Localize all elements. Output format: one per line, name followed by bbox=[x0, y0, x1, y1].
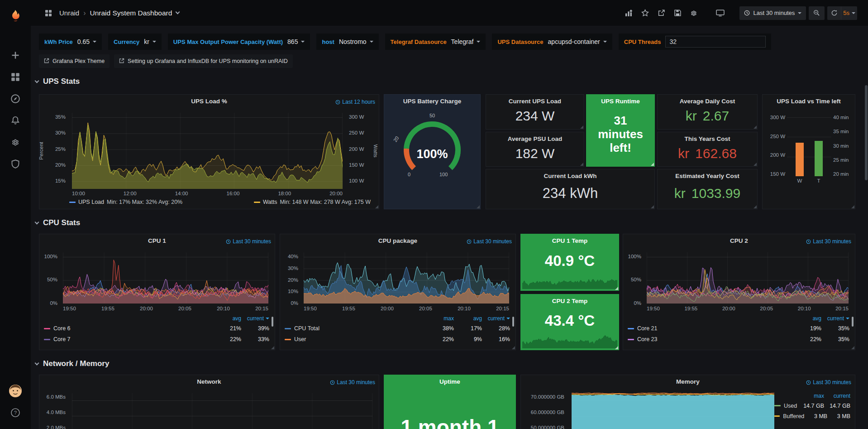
section-title: UPS Stats bbox=[43, 77, 80, 86]
time-override-badge: Last 30 minutes bbox=[226, 238, 271, 245]
panel-title[interactable]: This Years Cost bbox=[658, 135, 757, 142]
dashboard-settings-gear-icon[interactable] bbox=[687, 6, 701, 20]
legend-sort-header[interactable]: current bbox=[821, 315, 849, 322]
save-icon[interactable] bbox=[671, 6, 684, 20]
grafana-logo-icon[interactable] bbox=[6, 7, 25, 25]
chart-plot[interactable] bbox=[72, 113, 343, 189]
panel-title[interactable]: Memory bbox=[521, 378, 855, 385]
legend-sort-header[interactable]: max bbox=[798, 393, 824, 399]
chart-plot[interactable] bbox=[304, 252, 509, 304]
axis-tick: 20:10 bbox=[217, 306, 230, 311]
panel-title[interactable]: Estimated Yearly Cost bbox=[658, 173, 757, 179]
legend-sort-header[interactable]: max bbox=[426, 315, 454, 322]
panel-title[interactable]: Average PSU Load bbox=[486, 135, 584, 142]
section-ups-stats[interactable]: UPS Stats bbox=[35, 77, 80, 86]
axis-tick: 100 W bbox=[349, 178, 364, 183]
legend-scrollbar[interactable] bbox=[852, 317, 854, 327]
legend-scrollbar[interactable] bbox=[512, 317, 514, 327]
panel-ups-load: UPS Load % Last 12 hours Percent Watts 3… bbox=[39, 94, 379, 209]
alerting-bell-icon[interactable] bbox=[6, 111, 25, 130]
chart-plot[interactable] bbox=[72, 393, 372, 429]
server-admin-shield-icon[interactable] bbox=[6, 155, 25, 173]
explore-compass-icon[interactable] bbox=[6, 90, 25, 108]
section-cpu-stats[interactable]: CPU Stats bbox=[35, 218, 80, 227]
zoom-out-icon[interactable] bbox=[809, 6, 825, 20]
chart-plot[interactable] bbox=[63, 252, 268, 304]
panel-title[interactable]: Current Load kWh bbox=[486, 173, 654, 179]
stat-value: kr1033.99 bbox=[658, 181, 757, 205]
variable-dropdown[interactable]: UPS Max Output Power Capacity (Watt) 865 bbox=[168, 34, 310, 50]
legend-sort-header[interactable]: current bbox=[824, 393, 850, 399]
legend-item[interactable]: Watts Min: 148 W Max: 278 W Avg: 175 W bbox=[254, 199, 371, 205]
gauge-value: 100% bbox=[392, 147, 472, 161]
variable-dropdown[interactable]: Telegraf Datasource Telegraf bbox=[385, 34, 486, 50]
legend-sort-header[interactable]: current bbox=[482, 315, 510, 322]
section-title: Network / Memory bbox=[43, 359, 109, 368]
variable-dropdown[interactable]: Currency kr bbox=[108, 34, 162, 50]
panel-title[interactable]: CPU 1 Temp bbox=[521, 237, 619, 244]
add-panel-icon[interactable] bbox=[622, 6, 635, 20]
chart-plot[interactable] bbox=[647, 252, 849, 304]
variable-dropdown[interactable]: host Nostromo bbox=[316, 34, 378, 50]
chart-plot[interactable] bbox=[572, 392, 774, 429]
stat-value: 40.9 °C bbox=[521, 244, 619, 278]
panel-title[interactable]: UPS Battery Charge bbox=[384, 98, 480, 105]
legend-row: Core 23 22% 35% bbox=[628, 334, 849, 345]
apps-grid-icon[interactable] bbox=[42, 6, 55, 20]
panel-ups-load-vs-time-left: UPS Load vs Time left 300 W250 W200 W150… bbox=[762, 94, 855, 209]
refresh-icon[interactable] bbox=[827, 6, 841, 20]
breadcrumb-app[interactable]: Unraid bbox=[59, 9, 79, 17]
legend-sort-header[interactable]: avg bbox=[213, 315, 241, 322]
axis-tick: 10% bbox=[288, 289, 298, 294]
panel-title[interactable]: Uptime bbox=[384, 378, 515, 385]
legend-scrollbar[interactable] bbox=[272, 317, 273, 327]
chevron-down-icon bbox=[35, 361, 39, 365]
panel-title[interactable]: Average Daily Cost bbox=[658, 98, 757, 105]
dashboard-title[interactable]: Unraid System Dashboard bbox=[90, 9, 172, 17]
scrollbar-thumb[interactable] bbox=[865, 85, 868, 180]
chevron-down-icon[interactable] bbox=[176, 10, 180, 14]
panel-title[interactable]: UPS Runtime bbox=[587, 98, 654, 105]
panel-title[interactable]: CPU 2 Temp bbox=[521, 298, 619, 304]
variable-cpu-threads: CPU Threads bbox=[619, 34, 772, 50]
external-link-icon bbox=[119, 58, 124, 65]
configuration-gear-icon[interactable] bbox=[6, 133, 25, 151]
legend-sort-header[interactable]: avg bbox=[454, 315, 482, 322]
panel-cpu1: CPU 1 Last 30 minutes 100%50%0% 19:5019:… bbox=[39, 234, 275, 350]
dashboard-link[interactable]: Grafana Plex Theme bbox=[39, 54, 110, 68]
panel-title[interactable]: Network bbox=[39, 378, 379, 385]
panel-title[interactable]: UPS Load % bbox=[39, 98, 379, 105]
cycle-view-tv-icon[interactable] bbox=[713, 6, 727, 20]
create-plus-icon[interactable] bbox=[6, 46, 25, 64]
dashboards-icon[interactable] bbox=[6, 68, 25, 86]
dashboard-link[interactable]: Setting up Grafana and InfluxDB for UPS … bbox=[114, 54, 293, 68]
legend-item[interactable]: UPS Load Min: 17% Max: 32% Avg: 20% bbox=[69, 199, 182, 205]
panel-title[interactable]: UPS Load vs Time left bbox=[763, 98, 855, 105]
time-range-picker[interactable]: Last 30 minutes bbox=[739, 6, 806, 20]
cpu-threads-input[interactable] bbox=[665, 36, 766, 48]
help-icon[interactable]: ? bbox=[6, 404, 25, 422]
panel-title[interactable]: Current UPS Load bbox=[486, 98, 584, 105]
variable-dropdown[interactable]: kWh Price 0.65 bbox=[39, 34, 102, 50]
refresh-interval-picker[interactable]: 5s bbox=[841, 6, 857, 20]
user-avatar[interactable] bbox=[6, 382, 25, 400]
time-override-badge: Last 30 minutes bbox=[330, 379, 375, 386]
star-icon[interactable] bbox=[638, 6, 652, 20]
section-network-memory[interactable]: Network / Memory bbox=[35, 359, 109, 368]
legend-sort-header[interactable]: current bbox=[241, 315, 269, 322]
x-axis: 19:5019:5520:0020:0520:1020:15 bbox=[304, 306, 509, 311]
bar-plot bbox=[787, 117, 831, 176]
panel-this-years-cost: This Years Cost kr162.68 bbox=[657, 132, 758, 167]
legend-color-icon bbox=[44, 339, 50, 340]
panel-uptime: Uptime 1 month 1 bbox=[384, 375, 516, 429]
page-scrollbar[interactable] bbox=[864, 26, 868, 429]
variable-label: Telegraf Datasource bbox=[391, 39, 447, 45]
bar[interactable] bbox=[796, 143, 804, 176]
legend-sort-header[interactable]: avg bbox=[793, 315, 821, 322]
share-icon[interactable] bbox=[654, 6, 668, 20]
variable-dropdown[interactable]: UPS Datasource apcupsd-container bbox=[492, 34, 612, 50]
bar[interactable] bbox=[815, 141, 823, 176]
x-axis: 19:5019:5520:0020:0520:1020:15 bbox=[647, 306, 849, 311]
legend-color-icon bbox=[774, 415, 780, 417]
axis-tick: 25 min bbox=[833, 157, 854, 163]
